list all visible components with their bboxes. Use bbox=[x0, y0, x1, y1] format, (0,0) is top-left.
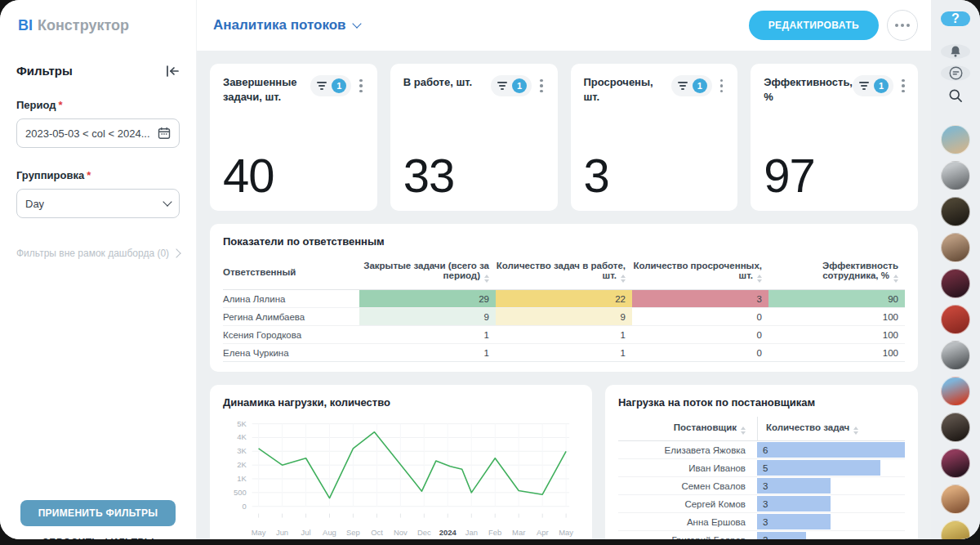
avatar[interactable] bbox=[941, 449, 970, 478]
sort-icon bbox=[484, 275, 489, 283]
column-header[interactable]: Количество задач в работе, шт. bbox=[496, 254, 632, 290]
page-title: Аналитика потоков bbox=[213, 17, 346, 34]
table-cell: 9 bbox=[496, 308, 632, 326]
charts-row: Динамика нагрузки, количество 5K4K3K2K1K… bbox=[210, 385, 918, 539]
avatar[interactable] bbox=[941, 233, 970, 262]
bar-row: Елизавета Яжовка6 bbox=[618, 441, 905, 459]
column-header-author[interactable]: Постановщик bbox=[618, 417, 757, 440]
sort-icon bbox=[741, 427, 746, 435]
table-cell: 9 bbox=[359, 308, 496, 326]
bar: 5 bbox=[757, 460, 880, 476]
app-window: BI Конструктор Фильтры Период* 2023-05-0… bbox=[0, 0, 980, 539]
table-row: Елена Чуркина110100 bbox=[223, 344, 905, 362]
column-header[interactable]: Количество просроченных, шт. bbox=[632, 254, 768, 290]
comments-icon bbox=[948, 65, 964, 81]
dashboard-title-dropdown[interactable]: Аналитика потоков bbox=[213, 17, 360, 34]
kpi-value: 3 bbox=[584, 153, 727, 198]
table-cell: 1 bbox=[359, 326, 496, 344]
kebab-menu-icon[interactable] bbox=[537, 77, 546, 96]
bar-category-label: Анна Ершова bbox=[618, 517, 757, 527]
comments-button[interactable] bbox=[941, 65, 970, 81]
table-cell: 0 bbox=[632, 344, 768, 362]
avatar[interactable] bbox=[941, 305, 970, 334]
outer-filters-toggle[interactable]: Фильтры вне рамок дашборда (0) bbox=[16, 248, 180, 259]
bar-row: Семен Свалов3 bbox=[618, 477, 905, 495]
bar-category-label: Иван Иванов bbox=[618, 463, 757, 473]
filter-icon bbox=[678, 82, 688, 90]
load-dynamics-card: Динамика нагрузки, количество 5K4K3K2K1K… bbox=[210, 385, 592, 539]
period-label: Период* bbox=[16, 99, 180, 111]
svg-text:Nov: Nov bbox=[394, 528, 408, 537]
filter-count-badge: 1 bbox=[693, 78, 707, 93]
search-button[interactable] bbox=[941, 87, 970, 104]
column-header-task-count[interactable]: Количество задач bbox=[757, 417, 905, 440]
avatar[interactable] bbox=[941, 197, 970, 226]
bar-row: Иван Иванов5 bbox=[618, 459, 905, 477]
apply-filters-button[interactable]: ПРИМЕНИТЬ ФИЛЬТРЫ bbox=[20, 500, 176, 526]
table-cell: 1 bbox=[496, 326, 632, 344]
filter-pill-button[interactable]: 1 bbox=[491, 75, 532, 96]
avatar[interactable] bbox=[941, 377, 970, 406]
edit-button[interactable]: РЕДАКТИРОВАТЬ bbox=[749, 11, 879, 40]
right-rail: ? bbox=[931, 0, 980, 539]
avatar[interactable] bbox=[941, 269, 970, 298]
svg-text:500: 500 bbox=[234, 488, 247, 497]
svg-text:2024: 2024 bbox=[439, 528, 457, 537]
filter-count-badge: 1 bbox=[332, 78, 346, 93]
left-sidebar: BI Конструктор Фильтры Период* 2023-05-0… bbox=[0, 0, 197, 539]
avatar[interactable] bbox=[941, 125, 970, 154]
grouping-select[interactable]: Day bbox=[16, 189, 180, 218]
bar-table-header: Постановщик Количество задач bbox=[618, 417, 905, 441]
svg-text:Apr: Apr bbox=[537, 528, 549, 537]
kpi-card: Просрочены, шт.13 bbox=[571, 64, 738, 211]
table-row: Регина Алимбаева990100 bbox=[223, 308, 905, 326]
filter-icon bbox=[317, 82, 327, 90]
notifications-button[interactable] bbox=[941, 44, 970, 59]
required-marker: * bbox=[59, 99, 63, 111]
kpi-title: Эффективность, % bbox=[764, 75, 853, 104]
kebab-menu-icon[interactable] bbox=[898, 77, 908, 96]
table-cell: 0 bbox=[632, 326, 768, 344]
column-header: Ответственный bbox=[223, 254, 359, 290]
help-button[interactable]: ? bbox=[941, 11, 970, 26]
table-row: Ксения Городкова110100 bbox=[223, 326, 905, 344]
avatar[interactable] bbox=[941, 161, 970, 190]
avatar[interactable] bbox=[941, 341, 970, 370]
chevron-down-icon bbox=[163, 197, 172, 206]
bar-value: 5 bbox=[757, 463, 768, 473]
avatar[interactable] bbox=[941, 413, 970, 442]
period-input[interactable]: 2023-05-03 < col < 2024... bbox=[16, 118, 180, 148]
svg-text:Aug: Aug bbox=[323, 528, 336, 537]
chevron-down-icon bbox=[352, 19, 361, 28]
bars-body: Елизавета Яжовка6Иван Иванов5Семен Свало… bbox=[618, 441, 905, 539]
responsibles-table-card: Показатели по ответственным Ответственны… bbox=[210, 224, 918, 372]
filter-pill-button[interactable]: 1 bbox=[671, 75, 712, 96]
reset-filters-button[interactable]: СБРОСИТЬ ФИЛЬТРЫ bbox=[0, 537, 196, 539]
search-icon bbox=[947, 87, 964, 104]
kebab-menu-icon[interactable] bbox=[717, 77, 727, 96]
table-cell: 0 bbox=[632, 308, 768, 326]
top-bar: Аналитика потоков РЕДАКТИРОВАТЬ bbox=[197, 0, 931, 51]
center-column: Аналитика потоков РЕДАКТИРОВАТЬ Завершен… bbox=[197, 0, 931, 539]
sort-icon bbox=[853, 427, 858, 435]
svg-text:Feb: Feb bbox=[488, 528, 501, 537]
more-options-button[interactable] bbox=[887, 10, 918, 41]
column-header[interactable]: Закрытые задачи (всего за период) bbox=[359, 254, 496, 290]
column-header[interactable]: Эффективность сотрудника, % bbox=[768, 254, 905, 290]
collapse-sidebar-icon[interactable] bbox=[166, 65, 180, 77]
bar-value: 6 bbox=[757, 445, 768, 455]
svg-text:1K: 1K bbox=[237, 474, 247, 483]
bar-value: 3 bbox=[757, 499, 768, 509]
filter-count-badge: 1 bbox=[874, 78, 889, 93]
avatar[interactable] bbox=[941, 485, 970, 514]
avatar[interactable] bbox=[941, 520, 970, 539]
kebab-menu-icon[interactable] bbox=[356, 77, 366, 96]
bar-category-label: Елизавета Яжовка bbox=[618, 445, 757, 455]
table-cell: 29 bbox=[359, 290, 496, 308]
sort-icon bbox=[621, 275, 626, 283]
bell-icon bbox=[948, 44, 963, 59]
filter-pill-button[interactable]: 1 bbox=[310, 75, 351, 96]
bar-chart-title: Нагрузка на поток по постановщикам bbox=[618, 396, 905, 409]
filter-pill-button[interactable]: 1 bbox=[853, 75, 893, 96]
logo: BI Конструктор bbox=[0, 0, 196, 51]
